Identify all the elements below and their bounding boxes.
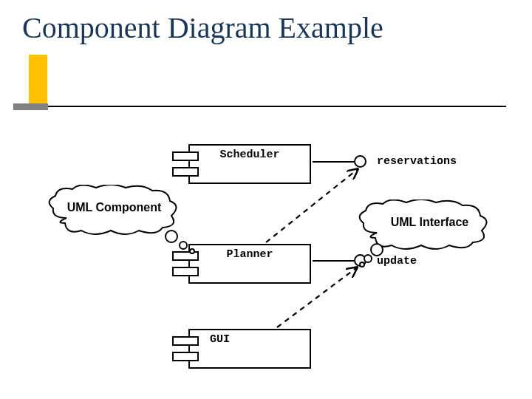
component-tab-icon <box>172 352 199 361</box>
component-tab-icon <box>172 336 199 346</box>
component-tab-icon <box>172 167 199 177</box>
interface-circle-icon <box>354 155 366 168</box>
interface-connector <box>313 260 354 262</box>
callout-label: UML Component <box>44 185 181 214</box>
interface-connector <box>313 161 354 163</box>
svg-point-2 <box>166 231 177 242</box>
component-label: Planner <box>226 248 273 261</box>
callout-uml-interface: UML Interface <box>355 200 491 251</box>
accent-yellow-block <box>29 55 47 109</box>
svg-point-5 <box>371 244 383 256</box>
component-gui: GUI <box>188 329 311 369</box>
svg-point-7 <box>360 262 364 267</box>
callout-label: UML Interface <box>355 200 491 229</box>
component-label: GUI <box>210 333 230 346</box>
svg-point-4 <box>190 249 194 253</box>
accent-gray-block <box>13 103 48 110</box>
page-title: Component Diagram Example <box>22 10 383 45</box>
interface-label: reservations <box>377 155 457 168</box>
component-tab-icon <box>172 267 199 276</box>
svg-point-6 <box>364 255 372 262</box>
component-tab-icon <box>172 151 199 161</box>
component-label: Scheduler <box>219 149 279 161</box>
callout-uml-component: UML Component <box>44 185 181 236</box>
component-scheduler: Scheduler <box>188 144 311 184</box>
svg-point-3 <box>180 242 187 249</box>
header-rule <box>48 106 506 107</box>
